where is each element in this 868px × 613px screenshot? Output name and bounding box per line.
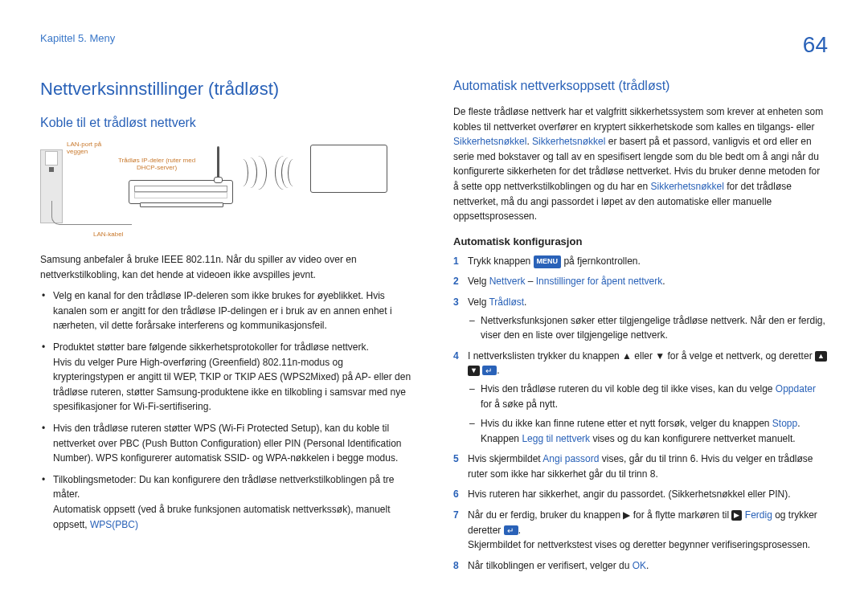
- screen-enter-password: Angi passord: [542, 453, 599, 464]
- menu-button-badge: MENU: [534, 255, 562, 268]
- step-item: Når du er ferdig, bruker du knappen ▶ fo…: [468, 508, 828, 553]
- menu-path: Innstillinger for åpent nettverk: [536, 276, 662, 287]
- network-diagram: LAN-port på veggen Trådløs IP-deler (rut…: [40, 141, 394, 241]
- up-arrow-icon: ▲: [815, 351, 827, 362]
- sub-list-item: Nettverksfunksjonen søker etter tilgjeng…: [481, 313, 828, 343]
- step-item: Velg Nettverk – Innstillinger for åpent …: [468, 274, 828, 289]
- subsubsection-heading: Automatisk konfigurasjon: [453, 235, 828, 247]
- diagram-label-lan-port: LAN-port på veggen: [67, 141, 115, 156]
- intro-text: Samsung anbefaler å bruke IEEE 802.11n. …: [40, 252, 415, 282]
- right-column: Automatisk nettverksoppsett (trådløst) D…: [453, 79, 828, 578]
- action-add-network: Legg til nettverk: [522, 433, 590, 444]
- content-columns: Nettverksinnstillinger (trådløst) Koble …: [40, 79, 828, 578]
- menu-path: Nettverk: [489, 276, 526, 287]
- enter-icon: [482, 366, 497, 375]
- step-item: Hvis ruteren har sikkerhet, angir du pas…: [468, 487, 828, 502]
- cable-icon: [51, 201, 132, 225]
- term-security-key: Sikkerhetsnøkkel: [453, 136, 526, 147]
- subsection-heading: Koble til et trådløst nettverk: [40, 116, 415, 130]
- list-item: Hvis den trådløse ruteren støtter WPS (W…: [53, 421, 415, 466]
- action-refresh: Oppdater: [776, 383, 816, 394]
- menu-path: Trådløst: [489, 296, 524, 308]
- list-item-text: Tilkoblingsmetoder: Du kan konfigurere d…: [53, 474, 394, 501]
- bullet-list: Velg en kanal for den trådløse IP-delere…: [40, 288, 415, 532]
- antenna-base-icon: [214, 177, 223, 183]
- enter-icon: [504, 525, 518, 535]
- right-arrow-icon: ▶: [731, 510, 742, 521]
- diagram-label-router: Trådløs IP-deler (ruter med DHCP-server): [117, 157, 197, 172]
- sub-list-item: Hvis den trådløse ruteren du vil koble d…: [481, 382, 828, 411]
- step-item: Velg Trådløst. Nettverksfunksjonen søker…: [468, 295, 828, 343]
- wall-port-icon: [45, 151, 58, 166]
- sub-bullet-list: Hvis den trådløse ruteren du vil koble d…: [468, 382, 828, 446]
- step-item: Når tilkoblingen er verifisert, velger d…: [468, 558, 828, 574]
- page-header: Kapittel 5. Meny 64: [40, 32, 828, 58]
- display-icon: [310, 145, 387, 193]
- signal-arc-icon: [275, 156, 293, 190]
- term-security-key: Sikkerhetsnøkkel: [651, 181, 724, 192]
- left-column: Nettverksinnstillinger (trådløst) Koble …: [40, 79, 415, 578]
- step-list: Trykk knappen MENU på fjernkontrollen. V…: [453, 254, 828, 574]
- page-number: 64: [803, 32, 828, 58]
- action-stop: Stopp: [772, 418, 797, 429]
- body-text: De fleste trådløse nettverk har et valgf…: [453, 104, 828, 224]
- step-item: Trykk knappen MENU på fjernkontrollen.: [468, 254, 828, 269]
- action-ok: OK: [633, 560, 646, 571]
- subsection-heading: Automatisk nettverksoppsett (trådløst): [453, 79, 828, 93]
- wall-jack-icon: [49, 167, 54, 172]
- step-item: I nettverkslisten trykker du knappen ▲ e…: [468, 349, 828, 447]
- link-wps: WPS(PBC): [90, 519, 138, 530]
- term-security-key: Sikkerhetsnøkkel: [532, 136, 605, 147]
- step-item: Hvis skjermbildet Angi passord vises, gå…: [468, 452, 828, 481]
- sub-list-item: Hvis du ikke kan finne rutene etter et n…: [481, 416, 828, 446]
- list-item-text: Produktet støtter bare følgende sikkerhe…: [53, 341, 369, 353]
- antenna-icon: [217, 146, 219, 180]
- chapter-label: Kapittel 5. Meny: [40, 32, 115, 44]
- action-done: Ferdig: [745, 509, 772, 521]
- section-heading: Nettverksinnstillinger (trådløst): [40, 79, 415, 100]
- diagram-label-cable: LAN-kabel: [93, 231, 133, 239]
- list-item-text: Hvis du velger Pure High-overføring (Gre…: [53, 357, 411, 413]
- router-base-icon: [140, 202, 223, 207]
- signal-arc-icon: [249, 156, 267, 190]
- down-arrow-icon: ▼: [468, 366, 480, 376]
- sub-bullet-list: Nettverksfunksjonen søker etter tilgjeng…: [468, 313, 828, 343]
- router-icon: [129, 180, 233, 204]
- list-item: Produktet støtter bare følgende sikkerhe…: [53, 340, 415, 415]
- list-item: Tilkoblingsmetoder: Du kan konfigurere d…: [53, 472, 415, 532]
- list-item: Velg en kanal for den trådløse IP-delere…: [53, 288, 415, 333]
